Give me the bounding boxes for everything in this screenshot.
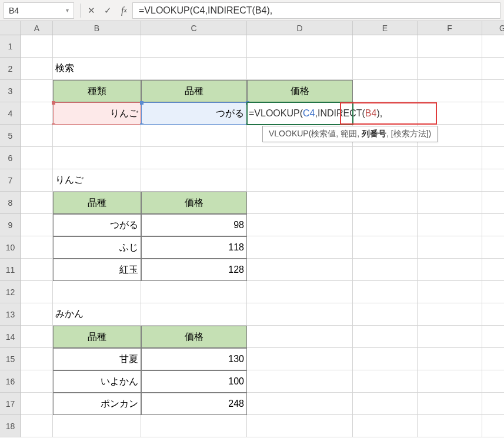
- cell-C9[interactable]: 98: [141, 214, 247, 236]
- cell-C1[interactable]: [141, 35, 247, 58]
- cell-F7[interactable]: [418, 169, 482, 192]
- cell-F16[interactable]: [418, 370, 482, 393]
- cell-F10[interactable]: [418, 236, 482, 259]
- cell-B13[interactable]: みかん: [53, 303, 141, 326]
- cell-A3[interactable]: [21, 80, 53, 102]
- cell-D15[interactable]: [247, 348, 353, 370]
- cell-E14[interactable]: [353, 326, 418, 348]
- cell-F12[interactable]: [418, 281, 482, 303]
- cell-C15[interactable]: 130: [141, 348, 247, 370]
- cell-C3[interactable]: 品種: [141, 80, 247, 102]
- column-header-C[interactable]: C: [141, 21, 247, 35]
- cell-A2[interactable]: [21, 58, 53, 80]
- cell-E2[interactable]: [353, 58, 418, 80]
- cell-C7[interactable]: [141, 169, 247, 192]
- row-header-12[interactable]: 12: [0, 281, 21, 303]
- cell-A5[interactable]: [21, 125, 53, 147]
- cell-G14[interactable]: [482, 326, 504, 348]
- cell-C13[interactable]: [141, 303, 247, 326]
- fx-icon[interactable]: fx: [116, 2, 132, 19]
- row-header-6[interactable]: 6: [0, 147, 21, 169]
- cell-F3[interactable]: [418, 80, 482, 102]
- cell-A4[interactable]: [21, 102, 53, 125]
- cell-G3[interactable]: [482, 80, 504, 102]
- name-box[interactable]: B4 ▾: [4, 2, 74, 19]
- cell-B10[interactable]: ふじ: [53, 236, 141, 259]
- cell-B3[interactable]: 種類: [53, 80, 141, 102]
- cell-G17[interactable]: [482, 393, 504, 415]
- cell-B12[interactable]: [53, 281, 141, 303]
- chevron-down-icon[interactable]: ▾: [66, 7, 69, 14]
- cell-D12[interactable]: [247, 281, 353, 303]
- row-header-13[interactable]: 13: [0, 303, 21, 326]
- cell-A9[interactable]: [21, 214, 53, 236]
- cell-B15[interactable]: 甘夏: [53, 348, 141, 370]
- row-header-11[interactable]: 11: [0, 259, 21, 281]
- cell-B1[interactable]: [53, 35, 141, 58]
- cell-B2[interactable]: 検索: [53, 58, 141, 80]
- cell-C18[interactable]: [141, 415, 247, 437]
- cell-E11[interactable]: [353, 259, 418, 281]
- cell-A11[interactable]: [21, 259, 53, 281]
- cell-B9[interactable]: つがる: [53, 214, 141, 236]
- cell-G8[interactable]: [482, 192, 504, 214]
- cell-D7[interactable]: [247, 169, 353, 192]
- column-header-F[interactable]: F: [418, 21, 482, 35]
- cell-G16[interactable]: [482, 370, 504, 393]
- cell-D11[interactable]: [247, 259, 353, 281]
- column-header-B[interactable]: B: [53, 21, 141, 35]
- cell-C2[interactable]: [141, 58, 247, 80]
- cell-F15[interactable]: [418, 348, 482, 370]
- row-header-7[interactable]: 7: [0, 169, 21, 192]
- cell-G2[interactable]: [482, 58, 504, 80]
- cell-A15[interactable]: [21, 348, 53, 370]
- cell-F14[interactable]: [418, 326, 482, 348]
- cell-A10[interactable]: [21, 236, 53, 259]
- column-header-G[interactable]: G: [482, 21, 504, 35]
- cell-B16[interactable]: いよかん: [53, 370, 141, 393]
- cell-G7[interactable]: [482, 169, 504, 192]
- cell-C10[interactable]: 118: [141, 236, 247, 259]
- column-header-A[interactable]: A: [21, 21, 53, 35]
- cell-E9[interactable]: [353, 214, 418, 236]
- accept-formula-button[interactable]: ✓: [99, 2, 116, 19]
- cell-D16[interactable]: [247, 370, 353, 393]
- row-header-10[interactable]: 10: [0, 236, 21, 259]
- cell-G1[interactable]: [482, 35, 504, 58]
- cell-E3[interactable]: [353, 80, 418, 102]
- cell-E17[interactable]: [353, 393, 418, 415]
- cell-G18[interactable]: [482, 415, 504, 437]
- row-header-8[interactable]: 8: [0, 192, 21, 214]
- row-header-14[interactable]: 14: [0, 326, 21, 348]
- cell-A17[interactable]: [21, 393, 53, 415]
- cell-B4[interactable]: りんご: [53, 102, 141, 125]
- cell-G15[interactable]: [482, 348, 504, 370]
- cell-B6[interactable]: [53, 147, 141, 169]
- cell-A16[interactable]: [21, 370, 53, 393]
- cell-F6[interactable]: [418, 147, 482, 169]
- cell-D13[interactable]: [247, 303, 353, 326]
- cell-E8[interactable]: [353, 192, 418, 214]
- cell-G11[interactable]: [482, 259, 504, 281]
- cell-D9[interactable]: [247, 214, 353, 236]
- cell-C11[interactable]: 128: [141, 259, 247, 281]
- row-header-9[interactable]: 9: [0, 214, 21, 236]
- cell-D4[interactable]: =VLOOKUP(C4,INDIRECT(B4),: [247, 102, 353, 125]
- cell-F2[interactable]: [418, 58, 482, 80]
- cell-G5[interactable]: [482, 125, 504, 147]
- cell-B7[interactable]: りんご: [53, 169, 141, 192]
- cell-A13[interactable]: [21, 303, 53, 326]
- cell-E13[interactable]: [353, 303, 418, 326]
- cell-E16[interactable]: [353, 370, 418, 393]
- cell-D2[interactable]: [247, 58, 353, 80]
- cell-F1[interactable]: [418, 35, 482, 58]
- cell-B18[interactable]: [53, 415, 141, 437]
- cell-E7[interactable]: [353, 169, 418, 192]
- cell-G6[interactable]: [482, 147, 504, 169]
- row-header-15[interactable]: 15: [0, 348, 21, 370]
- cell-B17[interactable]: ポンカン: [53, 393, 141, 415]
- cell-D18[interactable]: [247, 415, 353, 437]
- cell-G9[interactable]: [482, 214, 504, 236]
- cell-C5[interactable]: [141, 125, 247, 147]
- cell-B5[interactable]: [53, 125, 141, 147]
